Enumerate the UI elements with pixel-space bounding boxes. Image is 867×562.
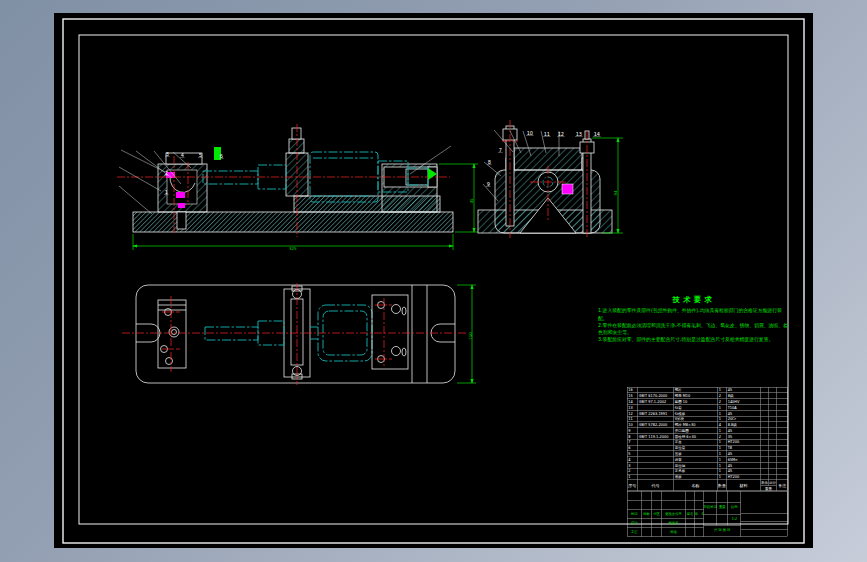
end-view — [478, 120, 623, 238]
left-bracket-plan — [158, 300, 186, 368]
drawing-linework — [54, 13, 813, 548]
sheet-frame — [63, 19, 804, 543]
right-block-plan — [372, 295, 408, 369]
clamp-detail — [562, 184, 573, 194]
plan-view — [122, 283, 476, 385]
cad-viewport: 3 4 5 6 2 1 7 8 9 10 11 12 13 14 325 45 … — [0, 0, 867, 562]
drawing-sheet[interactable]: 3 4 5 6 2 1 7 8 9 10 11 12 13 14 325 45 … — [54, 13, 813, 548]
plan-dimension — [457, 285, 476, 383]
front-view — [117, 124, 478, 250]
